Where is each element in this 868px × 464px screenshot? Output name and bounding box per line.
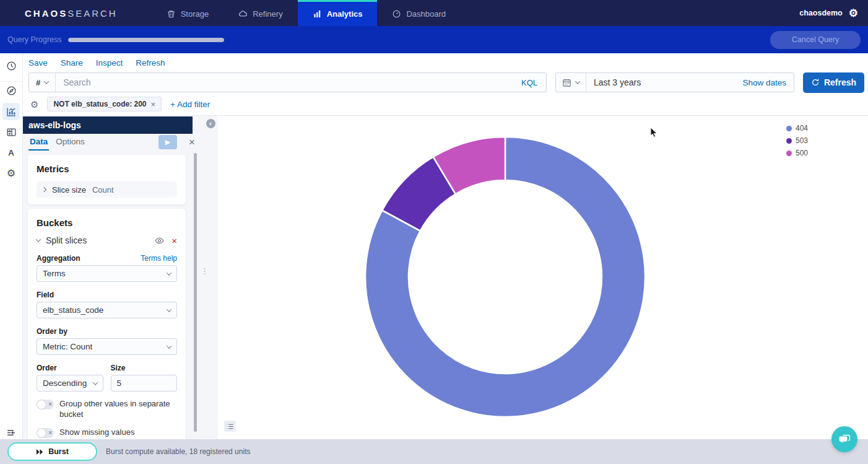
cloud-icon — [238, 9, 248, 19]
inspect-button[interactable]: Inspect — [96, 58, 123, 68]
clock-icon — [6, 61, 17, 71]
show-dates-button[interactable]: Show dates — [742, 78, 794, 87]
remove-filter-icon[interactable]: × — [151, 100, 156, 109]
date-quick-menu-button[interactable] — [556, 73, 586, 92]
filter-pill[interactable]: NOT elb_status_code: 200 × — [47, 97, 162, 112]
aggregation-value: Terms — [43, 269, 66, 278]
sidebar-item-dashboard[interactable] — [2, 123, 20, 141]
show-missing-label: Show missing values — [59, 427, 134, 438]
legend-toggle-button[interactable] — [224, 421, 236, 432]
chevron-down-icon — [167, 307, 171, 312]
save-button[interactable]: Save — [28, 58, 48, 68]
slice-size-row[interactable]: Slice size Count — [37, 182, 177, 198]
chat-widget-button[interactable] — [831, 426, 857, 452]
letter-a-icon: A — [8, 148, 14, 157]
metrics-card: Metrics Slice size Count — [28, 155, 186, 204]
legend-item-500[interactable]: 500 — [786, 147, 808, 159]
show-missing-toggle-row: × Show missing values — [37, 427, 177, 438]
chevron-right-icon — [41, 187, 46, 192]
search-input[interactable] — [56, 77, 513, 87]
field-select[interactable]: elb_status_code — [37, 302, 177, 318]
remove-bucket-icon[interactable]: × — [171, 236, 177, 245]
tab-options[interactable]: Options — [54, 134, 86, 151]
metric-label: Slice size — [52, 185, 86, 195]
burst-button[interactable]: Burst — [7, 442, 97, 461]
size-input[interactable] — [111, 375, 178, 392]
split-slices-row[interactable]: Split slices × — [37, 235, 177, 245]
order-by-select[interactable]: Metric: Count — [37, 338, 177, 355]
nav-tab-label: Analytics — [327, 9, 363, 19]
hash-icon: # — [36, 78, 40, 87]
user-menu[interactable]: chaosdemo ⚙ — [799, 0, 868, 26]
share-button[interactable]: Share — [61, 58, 83, 68]
toggle-switch-off[interactable]: × — [37, 400, 54, 409]
aggregation-select[interactable]: Terms — [37, 265, 177, 282]
query-progress-track — [68, 38, 224, 42]
order-by-value: Metric: Count — [43, 342, 92, 351]
buckets-title: Buckets — [37, 217, 177, 228]
sidebar-item-visualize[interactable] — [2, 103, 20, 120]
search-bar: # KQL — [28, 72, 547, 92]
tab-data[interactable]: Data — [28, 134, 49, 151]
sidebar-item-management[interactable]: ⚙ — [2, 165, 20, 182]
nav-tab-dashboard[interactable]: Dashboard — [377, 0, 461, 26]
apply-changes-button[interactable]: ▶ — [158, 135, 177, 149]
toggle-switch-off[interactable]: × — [37, 428, 54, 438]
panel-scrollbar[interactable] — [194, 153, 197, 432]
metric-value: Count — [92, 185, 114, 195]
sidebar-item-discover[interactable] — [2, 82, 20, 99]
index-pattern-header: aws-elb-logs — [23, 116, 193, 134]
nav-tab-analytics[interactable]: Analytics — [298, 0, 378, 26]
refresh-button[interactable]: Refresh — [803, 72, 864, 93]
discard-changes-icon[interactable]: × — [185, 135, 199, 149]
panel-resize-handle[interactable]: ⋮ — [201, 267, 209, 276]
burst-button-label: Burst — [48, 447, 69, 456]
date-range-value[interactable]: Last 3 years — [586, 77, 648, 87]
primary-nav: Storage Refinery Analytics Dashboard — [152, 0, 461, 26]
query-language-button[interactable]: KQL — [513, 78, 546, 87]
viz-toolbar: Save Share Inspect Refresh — [23, 53, 868, 72]
nav-tab-refinery[interactable]: Refinery — [224, 0, 297, 26]
filter-options-gear-icon[interactable]: ⚙ — [30, 100, 38, 109]
order-select[interactable]: Descending — [37, 375, 103, 392]
filter-pill-label: NOT elb_status_code: 200 — [53, 100, 146, 108]
refresh-link[interactable]: Refresh — [136, 58, 165, 68]
group-other-label: Group other values in separate bucket — [59, 399, 177, 420]
bar-chart-icon — [313, 9, 322, 19]
query-progress-bar: Query Progress Cancel Query — [0, 26, 868, 53]
order-by-label: Order by — [37, 327, 67, 336]
buckets-card: Buckets Split slices × — [28, 209, 186, 439]
eye-icon[interactable] — [155, 236, 164, 245]
terms-help-link[interactable]: Terms help — [141, 254, 177, 263]
nav-tab-label: Dashboard — [406, 9, 446, 19]
sidebar-collapse-button[interactable] — [2, 424, 20, 441]
toggle-knob — [37, 400, 46, 409]
chart-canvas: 404 503 500 — [218, 116, 868, 439]
field-value: elb_status_code — [43, 305, 103, 315]
nav-tab-storage[interactable]: Storage — [152, 0, 224, 26]
add-filter-button[interactable]: + Add filter — [170, 100, 210, 109]
legend-dot — [786, 126, 792, 131]
toggle-off-x-icon: × — [48, 428, 52, 438]
sidebar-item-alerting[interactable]: A — [2, 144, 20, 161]
editor-tabs: Data Options ▶ × — [23, 134, 193, 151]
query-input-row: # KQL Last 3 years Show dates — [23, 72, 868, 93]
group-other-toggle-row: × Group other values in separate bucket — [37, 399, 177, 420]
legend-item-503[interactable]: 503 — [786, 134, 808, 147]
chat-bubble-icon — [838, 432, 851, 446]
app-window: CHAOSSEARCH Storage Refinery Analytics D… — [0, 0, 868, 464]
settings-gear-icon[interactable]: ⚙ — [849, 8, 858, 19]
editor-scroll-area[interactable]: Metrics Slice size Count Buckets — [23, 151, 218, 439]
fast-forward-icon — [36, 449, 44, 455]
metrics-title: Metrics — [37, 164, 177, 174]
chevron-down-icon — [92, 380, 97, 385]
cancel-query-button[interactable]: Cancel Query — [770, 31, 861, 49]
saved-query-menu-button[interactable]: # — [29, 73, 56, 92]
sidebar-item-recent[interactable] — [2, 57, 20, 74]
legend-item-404[interactable]: 404 — [786, 122, 808, 134]
collapse-panel-button[interactable] — [206, 119, 215, 128]
size-label: Size — [111, 364, 126, 372]
toggle-off-x-icon: × — [48, 400, 52, 409]
chevron-left-icon — [209, 122, 213, 126]
legend-label: 500 — [796, 149, 808, 157]
